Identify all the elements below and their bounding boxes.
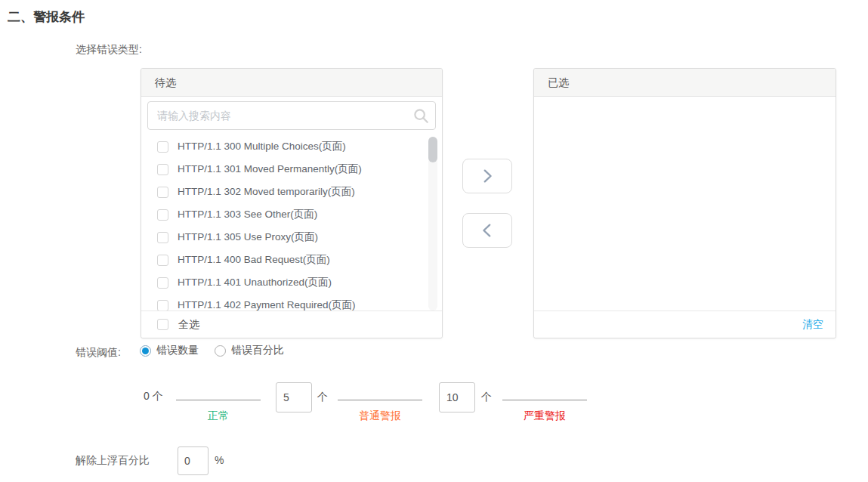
item-checkbox[interactable]: [157, 187, 168, 198]
radio-error-percent-label: 错误百分比: [231, 344, 284, 357]
error-type-list-item[interactable]: HTTP/1.1 305 Use Proxy(页面): [141, 226, 442, 249]
search-icon: [412, 107, 429, 124]
error-type-list-item[interactable]: HTTP/1.1 401 Unauthorized(页面): [141, 271, 442, 294]
radio-error-count-circle[interactable]: [140, 345, 151, 357]
error-type-list-item[interactable]: HTTP/1.1 303 See Other(页面): [141, 203, 442, 226]
normal-threshold-input[interactable]: [276, 382, 312, 412]
error-type-list-item[interactable]: HTTP/1.1 302 Moved temporarily(页面): [141, 181, 442, 203]
scale-segment-normal: [176, 400, 261, 400]
section-title: 二、警报条件: [8, 8, 85, 26]
radio-error-count[interactable]: 错误数量: [140, 344, 199, 357]
item-checkbox[interactable]: [157, 277, 168, 289]
alarm-conditions-page: 二、警报条件 选择错误类型: 待选 HTTP/1.1 300 Multiple …: [0, 0, 868, 482]
selected-list: [534, 97, 836, 310]
scale-segment-warning: [338, 400, 422, 400]
item-checkbox[interactable]: [157, 255, 168, 266]
error-type-list-item[interactable]: HTTP/1.1 400 Bad Request(页面): [141, 249, 442, 271]
select-all-checkbox[interactable]: [157, 319, 168, 330]
level-warning-label: 普通警报: [338, 409, 422, 423]
item-checkbox[interactable]: [157, 209, 168, 221]
item-checkbox[interactable]: [157, 232, 168, 243]
item-label: HTTP/1.1 400 Bad Request(页面): [178, 253, 330, 267]
radio-error-percent[interactable]: 错误百分比: [215, 344, 284, 357]
selected-panel: 已选 清空: [533, 68, 836, 338]
select-all-row[interactable]: 全选: [141, 311, 442, 338]
search-box: [147, 101, 436, 130]
item-checkbox[interactable]: [157, 141, 168, 153]
clear-row: 清空: [534, 311, 836, 338]
scale-segment-critical: [502, 400, 587, 400]
clear-button[interactable]: 清空: [802, 318, 823, 332]
error-type-label: 选择错误类型:: [76, 43, 142, 57]
pending-panel: 待选 HTTP/1.1 300 Multiple Choices(页面) HTT…: [141, 68, 443, 338]
item-label: HTTP/1.1 303 See Other(页面): [178, 208, 317, 221]
chevron-right-icon: [479, 168, 496, 184]
item-label: HTTP/1.1 302 Moved temporarily(页面): [178, 185, 355, 199]
level-critical-label: 严重警报: [502, 409, 587, 423]
error-type-list-item[interactable]: HTTP/1.1 300 Multiple Choices(页面): [141, 135, 442, 158]
item-label: HTTP/1.1 401 Unauthorized(页面): [178, 276, 332, 289]
threshold-label: 错误阈值:: [76, 346, 121, 360]
severe-threshold-input[interactable]: [439, 382, 475, 412]
error-type-list-item[interactable]: HTTP/1.1 402 Payment Required(页面): [141, 294, 442, 312]
release-percent-input[interactable]: [178, 446, 209, 475]
scale-start-label: 0 个: [144, 390, 163, 403]
move-left-button[interactable]: [462, 213, 512, 248]
severe-threshold-unit: 个: [481, 391, 492, 404]
level-normal-label: 正常: [176, 409, 261, 423]
list-scrollbar-thumb[interactable]: [428, 137, 437, 162]
error-type-list: HTTP/1.1 300 Multiple Choices(页面) HTTP/1…: [141, 135, 442, 312]
item-label: HTTP/1.1 305 Use Proxy(页面): [178, 230, 318, 244]
item-checkbox[interactable]: [157, 164, 168, 175]
selected-panel-title: 已选: [534, 69, 836, 97]
radio-error-count-label: 错误数量: [156, 344, 199, 357]
item-label: HTTP/1.1 300 Multiple Choices(页面): [178, 140, 346, 153]
item-label: HTTP/1.1 301 Moved Permanently(页面): [178, 162, 362, 176]
select-all-label: 全选: [178, 318, 199, 332]
move-right-button[interactable]: [462, 159, 512, 193]
search-input[interactable]: [147, 101, 436, 130]
error-type-list-item[interactable]: HTTP/1.1 301 Moved Permanently(页面): [141, 158, 442, 181]
list-scrollbar[interactable]: [428, 137, 437, 311]
chevron-left-icon: [479, 222, 496, 239]
radio-error-percent-circle[interactable]: [215, 345, 226, 357]
normal-threshold-unit: 个: [317, 391, 328, 404]
release-percent-suffix: %: [215, 454, 224, 466]
release-percent-label: 解除上浮百分比: [76, 454, 150, 468]
pending-panel-title: 待选: [141, 69, 442, 97]
item-checkbox[interactable]: [157, 300, 168, 311]
